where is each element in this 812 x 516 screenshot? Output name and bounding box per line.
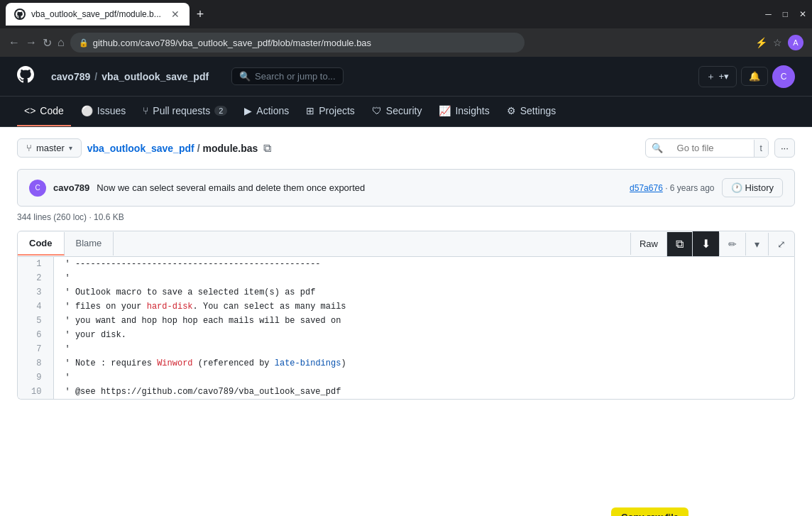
view-tabs: Code Blame (18, 232, 114, 256)
nav-item-projects[interactable]: ⊞ Projects (299, 97, 362, 126)
bookmark-icon[interactable]: ☆ (773, 37, 782, 48)
commit-hash-value[interactable]: d57a676 (630, 183, 663, 193)
actions-icon: ▶ (244, 105, 252, 116)
github-logo[interactable] (17, 66, 34, 87)
file-toolbar-wrapper: Copy raw file Code Blame Raw ⧉ ⬇ ✏ (17, 231, 795, 400)
nav-code-label: Code (40, 105, 63, 116)
back-button[interactable]: ← (9, 36, 20, 49)
nav-item-settings[interactable]: ⚙ Settings (500, 97, 564, 126)
browser-toolbar: ⚡ ☆ A (755, 35, 803, 50)
file-action-buttons: Raw ⧉ ⬇ ✏ ▾ ⤢ (630, 231, 794, 256)
line-code: ' (53, 370, 794, 385)
tab-blame[interactable]: Blame (65, 232, 114, 256)
line-number[interactable]: 10 (18, 385, 53, 399)
commit-author-name[interactable]: cavo789 (53, 182, 89, 193)
line-number[interactable]: 6 (18, 328, 53, 342)
address-bar: ← → ↻ ⌂ 🔒 github.com/cavo789/vba_outlook… (0, 28, 812, 57)
minimize-button[interactable]: ─ (765, 9, 772, 19)
expand-icon: ⤢ (777, 238, 786, 250)
line-number[interactable]: 7 (18, 342, 53, 356)
breadcrumb: cavo789 / vba_outlook_save_pdf (51, 71, 209, 82)
branch-selector[interactable]: ⑂ master ▾ (17, 138, 82, 158)
search-icon: 🔍 (646, 139, 669, 157)
copy-raw-tooltip: Copy raw file (611, 507, 688, 516)
line-number[interactable]: 2 (18, 271, 53, 285)
header-icons: ＋ +▾ 🔔 C (698, 65, 795, 88)
nav-pr-label: Pull requests (153, 105, 210, 116)
repo-path-link[interactable]: vba_outlook_save_pdf (87, 143, 194, 154)
nav-item-actions[interactable]: ▶ Actions (237, 97, 296, 126)
expand-button[interactable]: ⤢ (768, 233, 794, 256)
line-number[interactable]: 3 (18, 285, 53, 300)
browser-tab[interactable]: vba_outlook_save_pdf/module.b... ✕ (6, 3, 190, 26)
user-avatar[interactable]: C (772, 65, 795, 88)
line-number[interactable]: 5 (18, 314, 53, 328)
go-to-file-field[interactable] (669, 139, 754, 157)
line-number[interactable]: 4 (18, 300, 53, 314)
security-icon: 🛡 (372, 105, 382, 116)
line-code: ' --------------------------------------… (53, 257, 794, 271)
file-stats: 344 lines (260 loc) · 10.6 KB (17, 212, 795, 222)
history-icon: 🕐 (731, 182, 742, 193)
search-icon: 🔍 (239, 71, 251, 82)
go-to-file-input[interactable]: 🔍 t (645, 138, 769, 158)
nav-item-pull-requests[interactable]: ⑂ Pull requests 2 (136, 97, 234, 126)
branch-name: master (36, 143, 65, 153)
url-input[interactable]: 🔒 github.com/cavo789/vba_outlook_save_pd… (70, 33, 525, 53)
plus-icon: ＋ (706, 70, 715, 83)
refresh-button[interactable]: ↻ (43, 36, 52, 50)
edit-button[interactable]: ✏ (719, 233, 745, 256)
breadcrumb-user[interactable]: cavo789 (51, 71, 90, 82)
line-code: ' Outlook macro to save a selected item(… (53, 285, 794, 300)
lock-icon: 🔒 (79, 38, 89, 48)
file-stats-text: 344 lines (260 loc) · 10.6 KB (17, 212, 124, 222)
new-tab-button[interactable]: + (197, 7, 204, 22)
home-button[interactable]: ⌂ (57, 36, 65, 49)
path-sep: / (197, 143, 200, 154)
nav-item-insights[interactable]: 📈 Insights (432, 97, 496, 126)
edit-icon: ✏ (728, 238, 737, 250)
line-number[interactable]: 8 (18, 356, 53, 370)
go-to-file-shortcut: t (754, 140, 768, 157)
nav-projects-label: Projects (319, 105, 355, 116)
notifications-button[interactable]: 🔔 (741, 67, 768, 86)
table-row: 2' (18, 271, 794, 285)
main-content: ⑂ master ▾ vba_outlook_save_pdf / module… (0, 127, 812, 411)
nav-item-issues[interactable]: ⚪ Issues (74, 97, 133, 126)
copy-path-button[interactable]: ⧉ (263, 142, 271, 155)
close-window-button[interactable]: ✕ (799, 9, 806, 19)
profile-icon[interactable]: A (788, 35, 803, 50)
line-code: ' (53, 342, 794, 356)
more-options-button[interactable]: ··· (774, 138, 795, 158)
commit-separator: · (665, 183, 670, 193)
line-code: ' Note : requires Winword (referenced by… (53, 356, 794, 370)
raw-label: Raw (640, 238, 658, 249)
file-nav-bar: ⑂ master ▾ vba_outlook_save_pdf / module… (17, 138, 795, 158)
table-row: 1' -------------------------------------… (18, 257, 794, 271)
table-row: 5' you want and hop hop hop each mails w… (18, 314, 794, 328)
tab-code[interactable]: Code (18, 232, 65, 256)
breadcrumb-repo[interactable]: vba_outlook_save_pdf (102, 71, 209, 82)
line-number[interactable]: 9 (18, 370, 53, 385)
raw-button[interactable]: Raw (630, 233, 666, 255)
table-row: 9' (18, 370, 794, 385)
tab-favicon (14, 9, 26, 20)
line-number[interactable]: 1 (18, 257, 53, 271)
tab-close-button[interactable]: ✕ (170, 9, 181, 20)
insights-icon: 📈 (439, 105, 451, 116)
settings-icon: ⚙ (507, 105, 516, 116)
forward-button[interactable]: → (26, 36, 37, 49)
history-button[interactable]: 🕐 History (722, 178, 783, 197)
table-row: 10' @see https://github.com/cavo789/vba_… (18, 385, 794, 399)
header-search[interactable]: 🔍 Search or jump to... (231, 67, 343, 85)
more-file-options-button[interactable]: ▾ (745, 233, 768, 256)
extensions-icon[interactable]: ⚡ (755, 37, 767, 48)
branch-icon: ⑂ (26, 143, 32, 153)
nav-item-security[interactable]: 🛡 Security (365, 97, 429, 126)
url-text: github.com/cavo789/vba_outlook_save_pdf/… (93, 38, 371, 48)
nav-item-code[interactable]: <> Code (17, 97, 71, 126)
copy-raw-button[interactable]: ⧉ (666, 232, 692, 256)
maximize-button[interactable]: □ (783, 9, 788, 19)
create-button[interactable]: ＋ +▾ (698, 66, 737, 87)
download-button[interactable]: ⬇ (692, 231, 719, 256)
